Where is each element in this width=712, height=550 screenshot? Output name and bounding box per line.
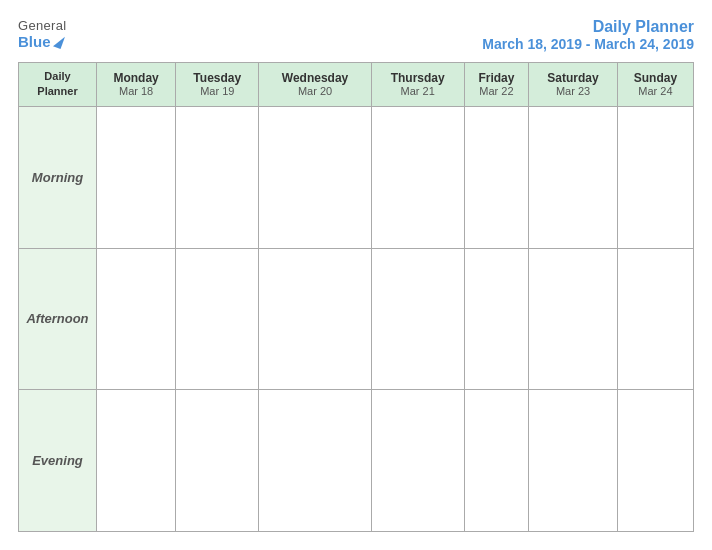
- header-row: Daily Planner Monday Mar 18 Tuesday Mar …: [19, 63, 694, 107]
- thursday-name: Thursday: [374, 71, 462, 85]
- logo-general-text: General: [18, 18, 66, 33]
- header: General Blue Daily Planner March 18, 201…: [18, 18, 694, 52]
- saturday-afternoon[interactable]: [529, 248, 618, 390]
- wednesday-afternoon[interactable]: [259, 248, 371, 390]
- logo-area: General Blue: [18, 18, 66, 50]
- saturday-name: Saturday: [531, 71, 615, 85]
- col-sunday: Sunday Mar 24: [617, 63, 693, 107]
- planner-title: Daily Planner: [482, 18, 694, 36]
- sunday-date: Mar 24: [620, 85, 691, 97]
- calendar-table: Daily Planner Monday Mar 18 Tuesday Mar …: [18, 62, 694, 532]
- morning-row: Morning: [19, 106, 694, 248]
- label-daily: Daily: [44, 70, 70, 82]
- thursday-afternoon[interactable]: [371, 248, 464, 390]
- thursday-morning[interactable]: [371, 106, 464, 248]
- evening-row: Evening: [19, 390, 694, 532]
- tuesday-name: Tuesday: [178, 71, 256, 85]
- daily-planner-label: Daily Planner: [19, 63, 97, 107]
- col-wednesday: Wednesday Mar 20: [259, 63, 371, 107]
- friday-evening[interactable]: [464, 390, 529, 532]
- thursday-date: Mar 21: [374, 85, 462, 97]
- monday-date: Mar 18: [99, 85, 173, 97]
- col-thursday: Thursday Mar 21: [371, 63, 464, 107]
- planner-date-range: March 18, 2019 - March 24, 2019: [482, 36, 694, 52]
- col-monday: Monday Mar 18: [97, 63, 176, 107]
- col-saturday: Saturday Mar 23: [529, 63, 618, 107]
- col-friday: Friday Mar 22: [464, 63, 529, 107]
- friday-date: Mar 22: [467, 85, 527, 97]
- saturday-evening[interactable]: [529, 390, 618, 532]
- friday-name: Friday: [467, 71, 527, 85]
- friday-afternoon[interactable]: [464, 248, 529, 390]
- friday-morning[interactable]: [464, 106, 529, 248]
- sunday-afternoon[interactable]: [617, 248, 693, 390]
- evening-label: Evening: [19, 390, 97, 532]
- afternoon-label: Afternoon: [19, 248, 97, 390]
- saturday-morning[interactable]: [529, 106, 618, 248]
- logo-triangle-icon: [53, 34, 65, 49]
- monday-afternoon[interactable]: [97, 248, 176, 390]
- sunday-morning[interactable]: [617, 106, 693, 248]
- afternoon-row: Afternoon: [19, 248, 694, 390]
- tuesday-evening[interactable]: [176, 390, 259, 532]
- tuesday-morning[interactable]: [176, 106, 259, 248]
- wednesday-morning[interactable]: [259, 106, 371, 248]
- wednesday-evening[interactable]: [259, 390, 371, 532]
- tuesday-date: Mar 19: [178, 85, 256, 97]
- tuesday-afternoon[interactable]: [176, 248, 259, 390]
- monday-evening[interactable]: [97, 390, 176, 532]
- col-tuesday: Tuesday Mar 19: [176, 63, 259, 107]
- sunday-name: Sunday: [620, 71, 691, 85]
- logo-blue-text: Blue: [18, 33, 63, 50]
- monday-name: Monday: [99, 71, 173, 85]
- wednesday-date: Mar 20: [261, 85, 368, 97]
- monday-morning[interactable]: [97, 106, 176, 248]
- sunday-evening[interactable]: [617, 390, 693, 532]
- title-area: Daily Planner March 18, 2019 - March 24,…: [482, 18, 694, 52]
- saturday-date: Mar 23: [531, 85, 615, 97]
- wednesday-name: Wednesday: [261, 71, 368, 85]
- thursday-evening[interactable]: [371, 390, 464, 532]
- morning-label: Morning: [19, 106, 97, 248]
- logo-blue-word: Blue: [18, 33, 51, 50]
- label-planner: Planner: [37, 85, 77, 97]
